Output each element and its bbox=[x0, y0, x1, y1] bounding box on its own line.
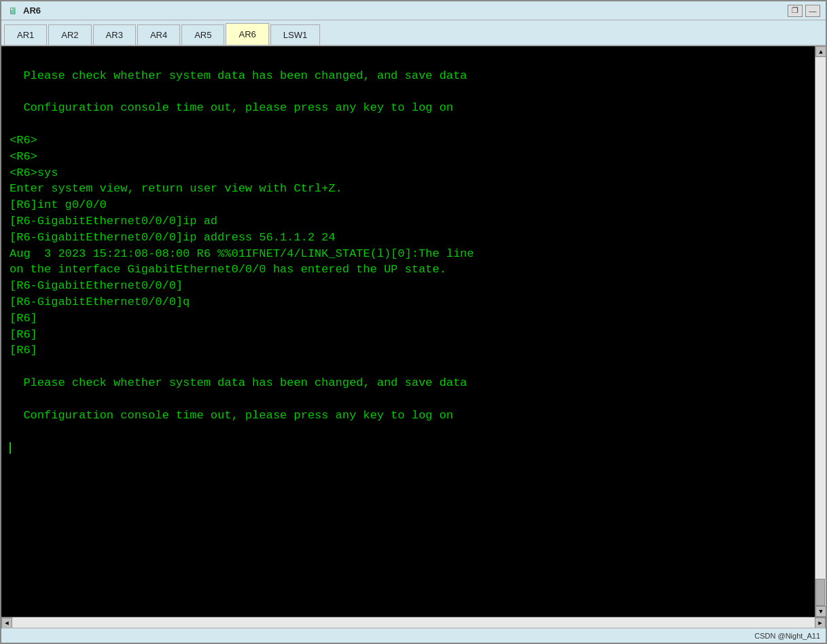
terminal-line: Aug 3 2023 15:21:08-08:00 R6 %%01IFNET/4… bbox=[10, 246, 807, 262]
terminal-line: Configuration console time out, please p… bbox=[10, 100, 807, 116]
tab-ar4[interactable]: AR4 bbox=[137, 24, 180, 45]
tab-bar: AR1 AR2 AR3 AR4 AR5 AR6 LSW1 bbox=[1, 20, 826, 46]
horizontal-scrollbar[interactable]: ◄ ► bbox=[1, 617, 826, 628]
terminal-empty-line bbox=[10, 84, 807, 101]
terminal-empty-line bbox=[10, 359, 807, 375]
terminal-cursor-line bbox=[10, 440, 807, 456]
tab-ar5[interactable]: AR5 bbox=[181, 24, 224, 45]
terminal-line: [R6-GigabitEthernet0/0/0]ip address 56.1… bbox=[10, 230, 807, 246]
tab-ar2[interactable]: AR2 bbox=[48, 24, 91, 45]
terminal[interactable]: Please check whether system data has bee… bbox=[1, 46, 815, 617]
scroll-right-button[interactable]: ► bbox=[815, 618, 826, 628]
tab-ar1[interactable]: AR1 bbox=[4, 24, 47, 45]
tab-lsw1[interactable]: LSW1 bbox=[270, 24, 320, 45]
tab-ar3[interactable]: AR3 bbox=[93, 24, 136, 45]
terminal-line: <R6>sys bbox=[10, 165, 807, 181]
terminal-area: Please check whether system data has bee… bbox=[1, 46, 826, 617]
terminal-line: [R6] bbox=[10, 327, 807, 343]
terminal-line: [R6-GigabitEthernet0/0/0]ip ad bbox=[10, 213, 807, 230]
title-bar-controls: ❐ — bbox=[788, 5, 820, 17]
terminal-line: [R6]int g0/0/0 bbox=[10, 197, 807, 213]
terminal-line: on the interface GigabitEthernet0/0/0 ha… bbox=[10, 262, 807, 278]
scroll-thumb[interactable] bbox=[815, 579, 825, 606]
window-icon: 🖥 bbox=[7, 5, 19, 17]
terminal-line: Please check whether system data has bee… bbox=[10, 68, 807, 84]
terminal-line: <R6> bbox=[10, 132, 807, 149]
status-bar: CSDN @Night_A11 bbox=[1, 628, 826, 643]
minimize-button[interactable]: — bbox=[805, 5, 820, 17]
main-window: 🖥 AR6 ❐ — AR1 AR2 AR3 AR4 AR5 AR6 LSW1 P… bbox=[0, 0, 827, 644]
tab-ar6[interactable]: AR6 bbox=[226, 23, 268, 45]
terminal-line: Enter system view, return user view with… bbox=[10, 181, 807, 197]
scroll-track[interactable] bbox=[815, 57, 826, 606]
status-text: CSDN @Night_A11 bbox=[754, 632, 820, 640]
terminal-empty-line bbox=[10, 391, 807, 408]
terminal-empty-line bbox=[10, 423, 807, 440]
terminal-line: Configuration console time out, please p… bbox=[10, 408, 807, 424]
terminal-line: [R6-GigabitEthernet0/0/0] bbox=[10, 278, 807, 294]
title-bar: 🖥 AR6 ❐ — bbox=[1, 1, 826, 20]
terminal-cursor bbox=[10, 442, 11, 454]
scroll-left-button[interactable]: ◄ bbox=[1, 618, 12, 628]
title-bar-left: 🖥 AR6 bbox=[7, 5, 41, 17]
terminal-line: [R6] bbox=[10, 342, 807, 359]
terminal-line: [R6-GigabitEthernet0/0/0]q bbox=[10, 294, 807, 310]
vertical-scrollbar[interactable]: ▲ ▼ bbox=[815, 46, 826, 617]
terminal-line: Please check whether system data has bee… bbox=[10, 375, 807, 391]
hscroll-track[interactable] bbox=[12, 618, 815, 628]
terminal-line: <R6> bbox=[10, 149, 807, 165]
terminal-empty-line bbox=[10, 52, 807, 68]
restore-button[interactable]: ❐ bbox=[788, 5, 803, 17]
terminal-line: [R6] bbox=[10, 310, 807, 327]
scroll-up-button[interactable]: ▲ bbox=[815, 46, 826, 57]
terminal-empty-line bbox=[10, 116, 807, 132]
window-title: AR6 bbox=[23, 5, 41, 16]
scroll-down-button[interactable]: ▼ bbox=[815, 606, 826, 617]
